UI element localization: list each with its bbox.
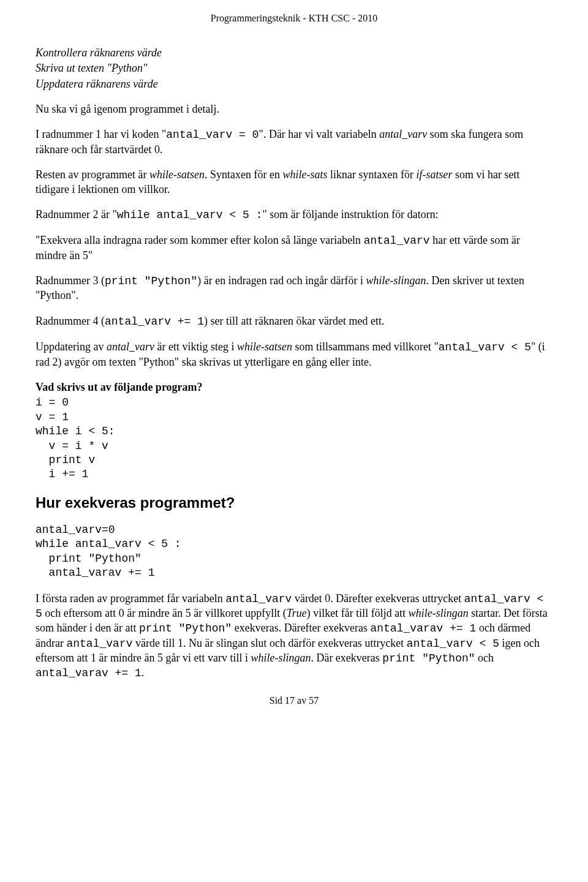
text: Radnummer 2 är " — [36, 208, 117, 221]
text: "Exekvera alla indragna rader som kommer… — [36, 234, 364, 246]
italic-text: True — [287, 607, 307, 619]
text: och eftersom att 0 är mindre än 5 är vil… — [42, 607, 287, 619]
text: " som är följande instruktion för datorn… — [262, 208, 438, 221]
text: . Syntaxen för en — [205, 168, 282, 181]
code-inline: antal_varv < 5 — [439, 341, 531, 353]
italic-text: antal_varv — [379, 128, 427, 140]
paragraph-7: Radnummer 4 (antal_varv += 1) ser till a… — [36, 314, 552, 329]
paragraph-8: Uppdatering av antal_varv är ett viktig … — [36, 340, 552, 369]
paragraph-6: Radnummer 3 (print "Python") är en indra… — [36, 274, 552, 303]
text: Resten av programmet är — [36, 168, 149, 181]
page-header: Programmeringsteknik - KTH CSC - 2010 — [36, 12, 552, 25]
code-inline: antal_varv — [225, 593, 292, 605]
text: ) vilket får till följd att — [307, 607, 409, 619]
code-inline: print "Python" — [382, 652, 475, 665]
code-inline: print "Python" — [105, 275, 197, 287]
code-inline: antal_varv = 0 — [166, 129, 258, 141]
text: exekveras. Därefter exekveras — [232, 622, 370, 634]
text: värdet 0. Därefter exekveras uttrycket — [292, 592, 464, 605]
text: Radnummer 4 ( — [36, 315, 105, 327]
text: I radnummer 1 har vi koden " — [36, 128, 166, 140]
text: . — [141, 666, 145, 679]
code-block-2: antal_varv=0 while antal_varv < 5 : prin… — [36, 523, 552, 581]
paragraph-2: I radnummer 1 har vi koden "antal_varv =… — [36, 127, 552, 157]
intro-line-1: Kontrollera räknarens värde — [36, 46, 552, 60]
italic-text: while-satsen — [237, 341, 292, 353]
paragraph-4: Radnummer 2 är "while antal_varv < 5 :" … — [36, 208, 552, 222]
code-inline: antal_varv — [66, 638, 132, 650]
italic-text: while-slingan — [251, 652, 311, 664]
italic-text: while-slingan — [409, 607, 469, 619]
paragraph-5: "Exekvera alla indragna rader som kommer… — [36, 233, 552, 263]
code-inline: antal_varav += 1 — [36, 667, 141, 679]
italic-text: antal_varv — [107, 341, 154, 353]
intro-line-3: Uppdatera räknarens värde — [36, 77, 552, 91]
italic-text: while-sats — [282, 168, 327, 181]
paragraph-9: I första raden av programmet får variabe… — [36, 592, 552, 681]
question-heading: Vad skrivs ut av följande program? — [36, 380, 552, 394]
page-footer: Sid 17 av 57 — [36, 695, 552, 707]
text: . Där exekveras — [311, 652, 382, 664]
intro-line-2: Skriva ut texten "Python" — [36, 61, 552, 75]
section-heading: Hur exekveras programmet? — [36, 493, 552, 512]
text: liknar syntaxen för — [327, 168, 416, 181]
code-inline: antal_varav += 1 — [371, 622, 477, 635]
code-inline: antal_varv < 5 — [407, 638, 499, 650]
paragraph-1: Nu ska vi gå igenom programmet i detalj. — [36, 102, 552, 116]
text: Radnummer 3 ( — [36, 274, 105, 287]
code-inline: print "Python" — [139, 622, 232, 635]
text: och — [475, 652, 494, 664]
code-inline: antal_varv — [364, 235, 430, 247]
paragraph-3: Resten av programmet är while-satsen. Sy… — [36, 168, 552, 197]
text: som tillsammans med villkoret " — [292, 341, 439, 353]
italic-text: while-satsen — [149, 168, 205, 181]
text: är ett viktig steg i — [154, 341, 237, 353]
italic-text: if-satser — [416, 168, 452, 181]
text: värde till 1. Nu är slingan slut och där… — [133, 637, 407, 649]
code-inline: while antal_varv < 5 : — [117, 209, 263, 221]
text: I första raden av programmet får variabe… — [36, 592, 225, 605]
text: ) ser till att räknaren ökar värdet med … — [204, 315, 384, 327]
text: ". Där har vi valt variabeln — [259, 128, 380, 140]
italic-text: while-slingan — [366, 274, 426, 287]
text: Uppdatering av — [36, 341, 107, 353]
code-block-1: i = 0 v = 1 while i < 5: v = i * v print… — [36, 396, 552, 481]
text: ) är en indragen rad och ingår därför i — [197, 274, 366, 287]
code-inline: antal_varv += 1 — [105, 315, 204, 328]
